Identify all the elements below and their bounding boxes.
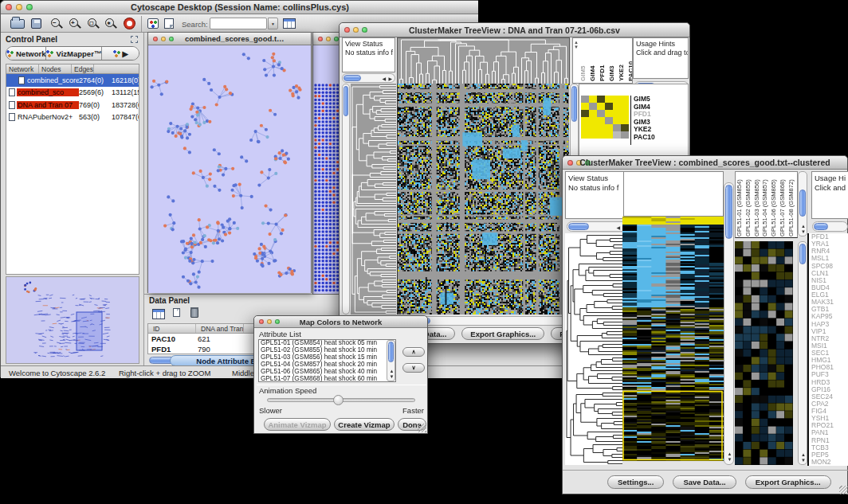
treeview1-heatmap[interactable] — [397, 84, 569, 315]
column-label[interactable]: GPL51-06 (GSM865) — [770, 172, 779, 237]
column-label[interactable]: GPL51-07 (GSM868) — [779, 172, 787, 237]
faster-label: Faster — [392, 406, 424, 415]
treeview2-status-scrollbar[interactable]: ◀▶ — [567, 221, 630, 232]
treeview1-left-scrollbar[interactable] — [342, 84, 350, 315]
treeview2-zoom-scrollbar[interactable]: ▲▼ — [798, 241, 807, 465]
treeview2-button[interactable]: Settings... — [607, 475, 664, 489]
open-file-icon[interactable] — [10, 19, 25, 29]
treeview1-collabel-arrows[interactable]: ▲▼ — [574, 40, 579, 49]
network-table-row[interactable]: DNA and Tran 07 769(0) 183728(0) — [6, 99, 139, 111]
minimize-icon[interactable] — [326, 37, 331, 41]
dialog-title-bar[interactable]: Map Colors to Network — [254, 316, 427, 328]
vizmapper-icon[interactable] — [147, 18, 159, 29]
network-table-row[interactable]: combined_sco 2569(6) 13112(15) — [6, 87, 139, 100]
zoom-in-icon[interactable]: + — [69, 18, 81, 30]
treeview2-gene-list: PFD1YRA1RNR4MSL1SPC98CLN1NIS1BUD4ELG1MAK… — [807, 233, 848, 466]
network-window-title-bar[interactable]: combined_scores_good.txt--cluste... — [148, 33, 311, 45]
float-panel-icon[interactable] — [131, 36, 138, 43]
dialog-resize-grip[interactable] — [418, 424, 426, 432]
column-label[interactable]: GPL51-04 (GSM857) — [761, 172, 770, 237]
treeview2-title: ClusterMaker TreeView : combined_scores_… — [563, 156, 847, 170]
network-overview-canvas[interactable] — [6, 277, 139, 363]
network-table-row[interactable]: combined_scores_ 2764(0) 16218(0) — [6, 74, 139, 87]
treeview1-title: ClusterMaker TreeView : DNA and Tran 07-… — [340, 23, 689, 37]
column-label[interactable]: YKE2 — [618, 38, 627, 83]
main-title-bar[interactable]: Cytoscape Desktop (Session Name: collins… — [1, 1, 479, 14]
usage-hints-text: Click and — [815, 183, 848, 193]
column-label[interactable]: GIM4 — [589, 38, 599, 83]
column-label[interactable]: PFD1 — [599, 38, 608, 83]
usage-hints-title: Usage Hints — [636, 40, 688, 49]
treeview1-status-scrollbar[interactable]: ◀▶ — [342, 73, 395, 83]
treeview1-row-dendrogram[interactable] — [351, 84, 396, 315]
data-panel-newdoc-icon[interactable] — [173, 308, 180, 317]
gene-label[interactable]: MON2 — [811, 459, 848, 466]
network-tab-icon — [6, 50, 14, 57]
desktop: Cytoscape Desktop (Session Name: collins… — [0, 0, 848, 504]
treeview2-main-scrollbar[interactable]: ▲▼ — [724, 182, 734, 465]
control-panel-tab[interactable]: ▶ — [102, 47, 139, 60]
column-label[interactable]: PAC10 — [627, 38, 633, 83]
view-status-title: View Status — [568, 174, 630, 183]
search-dropdown-button[interactable]: ▼ — [268, 18, 278, 29]
network-canvas[interactable] — [148, 45, 311, 293]
control-panel-tab[interactable]: VizMapper™ — [46, 47, 102, 60]
column-label[interactable]: GPL51-02 (GSM855) — [744, 172, 753, 237]
network-tab-icon — [113, 50, 120, 57]
treeview2-button[interactable]: Export Graphics... — [745, 475, 831, 489]
animate-vizmap-button[interactable]: Animate Vizmap — [264, 418, 331, 431]
network-table: combined_scores_ 2764(0) 16218(0) combin… — [6, 74, 139, 275]
column-label[interactable]: GIM5 — [579, 38, 589, 83]
network-item-icon — [18, 76, 25, 84]
search-input[interactable] — [210, 18, 267, 29]
network-table-row[interactable]: RNAPuberNov2+ 563(0) 107847(0) — [6, 111, 139, 124]
treeview2-view-status: View Status No status info f — [565, 171, 630, 219]
column-label[interactable]: GPL51-08 (GSM872) — [787, 172, 796, 237]
treeview2-title-bar[interactable]: ClusterMaker TreeView : combined_scores_… — [563, 156, 847, 170]
slower-label: Slower — [259, 406, 282, 415]
zoom-fit-icon[interactable]: ▢ — [87, 18, 100, 30]
slider-handle[interactable] — [333, 395, 344, 405]
treeview1-title-bar[interactable]: ClusterMaker TreeView : DNA and Tran 07-… — [340, 23, 689, 37]
zoom-selected-icon[interactable]: ∗ — [104, 18, 117, 30]
treeview1-column-dendrogram[interactable] — [397, 37, 570, 85]
map-colors-dialog: Map Colors to Network Attribute List GPL… — [253, 315, 428, 434]
treeview2-heatmap[interactable] — [622, 217, 724, 461]
treeview2-resize-grip[interactable] — [839, 486, 848, 494]
attribute-table-header-cell: ID — [148, 324, 196, 333]
data-panel-table-icon[interactable] — [152, 309, 165, 319]
control-panel-tab[interactable]: Network — [6, 47, 46, 60]
animation-speed-slider[interactable] — [267, 398, 415, 402]
treeview2-zoom-heatmap[interactable] — [735, 241, 793, 465]
column-label[interactable]: GPL51-03 (GSM856) — [753, 172, 762, 237]
create-vizmap-button[interactable]: Create Vizmap — [334, 418, 395, 431]
treeview2-hints-scrollbar[interactable] — [812, 221, 848, 232]
zoom-out-icon[interactable]: − — [50, 18, 63, 30]
search-label: Search: — [182, 20, 208, 29]
view-status-text: No status info f — [345, 49, 395, 57]
save-icon[interactable] — [31, 18, 41, 29]
row-label[interactable]: PAC10 — [634, 134, 678, 142]
network-table-header-cell: Network — [6, 64, 39, 73]
treeview2-collabel-scrollbar[interactable]: ▲▼ — [798, 171, 807, 236]
network-item-icon — [9, 113, 15, 121]
move-down-button[interactable]: ∨ — [402, 363, 425, 373]
attribute-list-scrollbar[interactable]: ▲▼ — [387, 340, 395, 381]
data-panel-delete-icon[interactable] — [190, 308, 198, 318]
treeview1-button[interactable]: Export Graphics... — [461, 327, 544, 340]
move-up-button[interactable]: ∧ — [402, 347, 425, 357]
treeview2-button[interactable]: Save Data... — [673, 475, 736, 489]
help-icon[interactable] — [124, 18, 135, 29]
annotation-icon[interactable] — [164, 18, 174, 29]
treeview1-mini-heatmap[interactable] — [581, 96, 629, 139]
treeview2-row-dendrogram[interactable] — [565, 233, 622, 465]
attribute-browser-icon[interactable] — [283, 18, 296, 29]
usage-hints-title: Usage Hi — [815, 174, 848, 183]
network-window-title: combined_scores_good.txt--cluste... — [148, 33, 311, 45]
column-label[interactable]: GPL51-01 (GSM854) — [736, 172, 744, 237]
close-icon[interactable] — [318, 37, 323, 41]
network-table-header-cell: Edges — [72, 64, 94, 73]
network-overview[interactable] — [6, 276, 139, 364]
attribute-list-item[interactable]: GPL51-07 (GSM868) heat shock 60 min — [261, 376, 395, 382]
column-label[interactable]: GIM3 — [608, 38, 618, 83]
